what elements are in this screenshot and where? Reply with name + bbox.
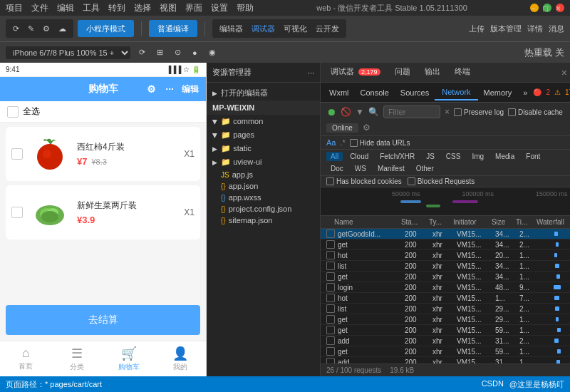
tab-wxml[interactable]: Wxml <box>323 86 355 100</box>
common-arrow[interactable]: ▶ <box>212 120 219 125</box>
devtools-close-btn[interactable]: × <box>561 67 567 78</box>
menu-item-help[interactable]: 帮助 <box>237 2 254 14</box>
tab-issues[interactable]: 问题 <box>388 63 418 81</box>
file-app-json[interactable]: {} app.json <box>207 180 320 192</box>
blocked-cookies-cb[interactable] <box>326 177 334 185</box>
row-cb-2[interactable] <box>326 251 335 259</box>
net-row-3[interactable]: list 200 xhr VM15... 34... 1... <box>321 261 570 272</box>
row-cb-0[interactable] <box>326 229 335 238</box>
net-row-9[interactable]: get 200 xhr VM15... 59... 1... <box>321 325 570 336</box>
uview-arrow[interactable]: ▶ <box>212 159 217 166</box>
tab-memory[interactable]: Memory <box>478 86 518 100</box>
row-cb-3[interactable] <box>326 262 335 270</box>
menu-item-edit[interactable]: 编辑 <box>57 2 74 14</box>
minimize-button[interactable]: − <box>530 4 539 12</box>
version-mgr-btn[interactable]: 版本管理 <box>490 24 522 34</box>
file-app-js[interactable]: JS app.js <box>207 169 320 180</box>
filter-xhr[interactable]: Fetch/XHR <box>375 152 419 161</box>
tab-sources[interactable]: Sources <box>395 86 435 100</box>
maximize-button[interactable]: □ <box>543 4 551 12</box>
compile-mode-button[interactable]: 普通编译 <box>149 20 197 37</box>
nav-home[interactable]: ⌂ 首页 <box>0 344 51 373</box>
checkout-button[interactable]: 去结算 <box>6 305 200 335</box>
row-cb-9[interactable] <box>326 326 335 334</box>
tab-terminal[interactable]: 终端 <box>447 63 477 81</box>
cloud-btn[interactable]: 云开发 <box>313 23 342 35</box>
filter-all[interactable]: All <box>326 152 343 161</box>
open-editors-section[interactable]: ▶ 打开的编辑器 <box>207 86 320 100</box>
select-all-checkbox[interactable] <box>7 106 19 118</box>
qr-btn[interactable]: ⊞ <box>154 47 166 58</box>
clear-filter-btn[interactable]: × <box>445 107 450 117</box>
regex-btn[interactable]: .* <box>340 138 345 147</box>
filter-input[interactable] <box>383 105 440 118</box>
online-dropdown[interactable]: Online <box>326 123 358 133</box>
row-cb-6[interactable] <box>326 294 335 302</box>
tab-debugger[interactable]: 调试器 2,179 <box>323 63 388 81</box>
tab-network[interactable]: Network <box>435 85 477 100</box>
static-arrow[interactable]: ▶ <box>212 145 217 153</box>
menu-item-settings[interactable]: 设置 <box>211 2 228 14</box>
net-row-10[interactable]: add 200 xhr VM15... 31... 2... <box>321 336 570 346</box>
open-editors-arrow[interactable]: ▶ <box>212 90 217 97</box>
folder-pages[interactable]: ▶ 📁 pages <box>207 128 320 142</box>
net-row-12[interactable]: add 200 xhr VM15... 31... 1... <box>321 357 570 363</box>
row-cb-4[interactable] <box>326 272 335 281</box>
screen-btn[interactable]: ⊙ <box>172 47 184 58</box>
tab-more[interactable]: » <box>517 86 533 100</box>
menu-item-file[interactable]: 文件 <box>31 2 48 14</box>
blocked-requests-cb[interactable] <box>408 177 415 185</box>
folder-common[interactable]: ▶ 📁 common <box>207 115 320 128</box>
item-checkbox-1[interactable] <box>11 148 23 160</box>
row-cb-8[interactable] <box>326 315 335 324</box>
hide-data-urls-cb[interactable] <box>350 139 358 147</box>
filter-other[interactable]: Other <box>412 164 438 173</box>
edit-button[interactable]: 编辑 <box>182 83 199 96</box>
settings-icon[interactable]: ⚙ <box>147 83 156 95</box>
filter-js[interactable]: JS <box>422 152 439 161</box>
filter-img[interactable]: Img <box>467 152 488 161</box>
preserve-log-cb[interactable] <box>454 108 462 116</box>
debugger-btn[interactable]: 调试器 <box>249 23 278 35</box>
clear-btn[interactable]: 🚫 <box>341 107 351 117</box>
menu-item-tools[interactable]: 工具 <box>83 2 100 14</box>
filter-font[interactable]: Font <box>522 152 544 161</box>
net-row-6[interactable]: hot 200 xhr VM15... 1... 7... <box>321 293 570 304</box>
file-sitemap[interactable]: {} sitemap.json <box>207 215 320 226</box>
row-cb-7[interactable] <box>326 304 335 313</box>
nav-cart[interactable]: 🛒 购物车 <box>103 344 155 373</box>
net-row-8[interactable]: get 200 xhr VM15... 29... 1... <box>321 314 570 325</box>
header-name[interactable]: Name <box>334 218 398 226</box>
more-btn[interactable]: ··· <box>165 83 174 95</box>
toolbar-icon-2[interactable]: ✎ <box>25 24 37 34</box>
header-time[interactable]: Ti... <box>516 218 534 226</box>
net-row-2[interactable]: hot 200 xhr VM15... 20... 1... <box>321 250 570 261</box>
network-settings-icon[interactable]: ⚙ <box>363 123 370 133</box>
net-row-1[interactable]: get 200 xhr VM15... 34... 2... <box>321 239 570 250</box>
menu-item-select[interactable]: 选择 <box>134 2 151 14</box>
refresh-btn[interactable]: ⟳ <box>136 47 148 58</box>
folder-static[interactable]: ▶ 📁 static <box>207 142 320 155</box>
miniapp-mode-button[interactable]: 小程序模式 <box>78 20 134 37</box>
filter-css[interactable]: CSS <box>442 152 465 161</box>
nav-category[interactable]: ☰ 分类 <box>51 344 103 373</box>
filter-ws[interactable]: WS <box>351 164 370 173</box>
filter-cloud[interactable]: Cloud <box>346 152 373 161</box>
row-cb-1[interactable] <box>326 240 335 249</box>
folder-uview[interactable]: ▶ 📁 uview-ui <box>207 155 320 169</box>
search-network-icon[interactable]: 🔍 <box>368 107 379 117</box>
header-type[interactable]: Ty... <box>429 218 450 226</box>
item-checkbox-2[interactable] <box>11 207 23 218</box>
menu-item-view[interactable]: 视图 <box>160 2 177 14</box>
toolbar-icon-3[interactable]: ⚙ <box>40 24 53 34</box>
visual-btn[interactable]: 可视化 <box>281 23 310 35</box>
tab-console[interactable]: Console <box>355 86 395 100</box>
filter-doc[interactable]: Doc <box>326 164 348 173</box>
header-waterfall[interactable]: Waterfall <box>537 218 564 226</box>
menu-item-project[interactable]: 项目 <box>6 2 23 14</box>
menu-item-interface[interactable]: 界面 <box>185 2 202 14</box>
header-status[interactable]: Sta... <box>401 218 426 226</box>
pages-arrow[interactable]: ▶ <box>212 133 219 138</box>
filter-media[interactable]: Media <box>491 152 519 161</box>
record-btn[interactable]: ⏺ <box>326 106 336 118</box>
